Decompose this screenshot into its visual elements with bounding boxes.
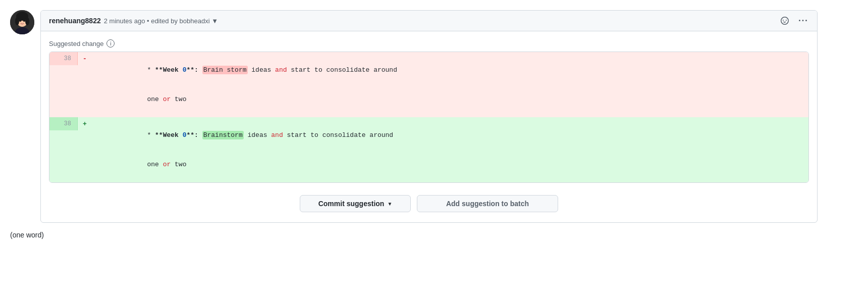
header-right (779, 15, 809, 27)
add-to-batch-button[interactable]: Add suggestion to batch (417, 195, 558, 212)
comment-container: renehuang8822 2 minutes ago • edited by … (10, 10, 818, 223)
diff-line-num-add: 38 (49, 117, 78, 130)
commit-suggestion-button[interactable]: Commit suggestion ▼ (300, 195, 411, 212)
edited-dropdown[interactable]: ▼ (211, 17, 218, 25)
more-options-button[interactable] (797, 15, 809, 27)
header-meta: 2 minutes ago • edited by bobheadxi ▼ (104, 17, 218, 25)
svg-point-5 (25, 17, 29, 25)
emoji-button[interactable] (779, 15, 791, 27)
svg-point-7 (23, 19, 26, 22)
suggested-change-label: Suggested change i (49, 39, 809, 47)
comment-body: renehuang8822 2 minutes ago • edited by … (40, 10, 818, 223)
highlight-brainstorm: Brainstorm (202, 131, 244, 139)
emoji-icon (781, 17, 789, 25)
diff-row-deletion: 38 - * **Week 0**: Brain storm ideas and… (49, 52, 808, 117)
action-row: Commit suggestion ▼ Add suggestion to ba… (49, 189, 809, 214)
diff-row-addition: 38 + * **Week 0**: Brainstorm ideas and … (49, 117, 808, 182)
avatar (10, 10, 34, 34)
diff-code-add: * **Week 0**: Brainstorm ideas and start… (92, 117, 808, 182)
diff-line-num-del: 38 (49, 52, 78, 65)
svg-point-4 (15, 17, 19, 25)
diff-sign-del: - (78, 52, 92, 66)
footer-text: (one word) (10, 231, 858, 239)
diff-table: 38 - * **Week 0**: Brain storm ideas and… (49, 52, 809, 183)
info-icon[interactable]: i (106, 39, 115, 47)
author-name: renehuang8822 (49, 17, 101, 25)
highlight-brain-storm: Brain storm (202, 66, 248, 74)
diff-sign-add: + (78, 117, 92, 131)
comment-header-left: renehuang8822 2 minutes ago • edited by … (49, 17, 218, 25)
comment-header: renehuang8822 2 minutes ago • edited by … (41, 11, 817, 31)
chevron-down-icon: ▼ (387, 201, 392, 207)
diff-code-del: * **Week 0**: Brain storm ideas and star… (92, 52, 808, 117)
more-options-icon (799, 17, 807, 25)
comment-content: Suggested change i 38 - * **Week 0**: Br… (41, 31, 817, 222)
svg-point-6 (19, 19, 22, 22)
